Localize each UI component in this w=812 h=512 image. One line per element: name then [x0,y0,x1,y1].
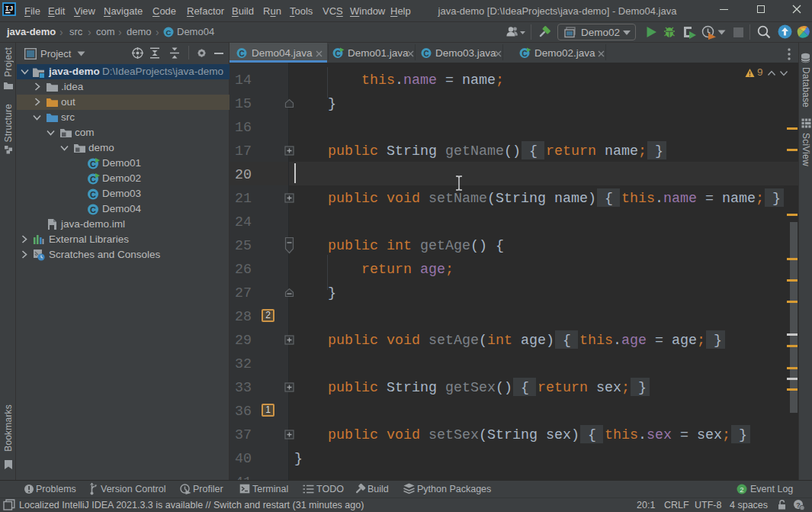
svg-text:C: C [522,50,527,58]
svg-text:C: C [90,205,96,214]
svg-text:2: 2 [740,485,743,494]
svg-text:C: C [335,50,340,58]
svg-text:C: C [90,159,96,169]
svg-text:C: C [239,50,244,58]
svg-text:C: C [90,175,96,184]
svg-text:C: C [423,50,428,58]
svg-text:C: C [166,28,172,37]
svg-text:C: C [90,190,96,199]
svg-text:IJ: IJ [5,5,14,13]
